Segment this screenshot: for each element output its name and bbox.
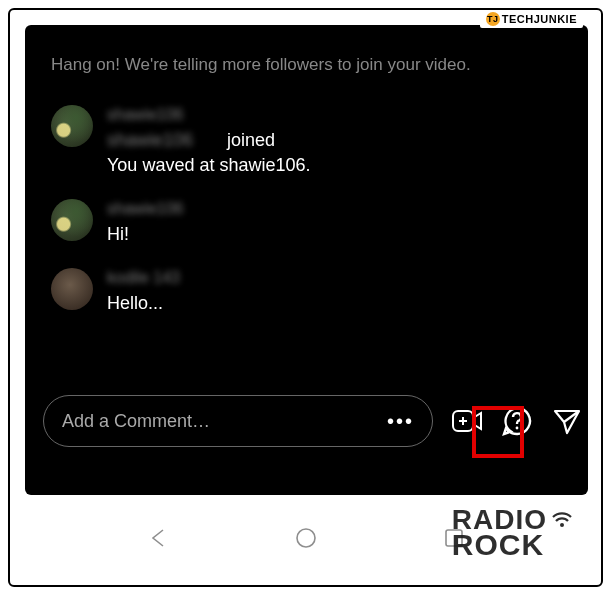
username[interactable]: shawie106 xyxy=(107,199,184,220)
nav-home-icon[interactable] xyxy=(292,524,320,552)
feed-line: Hi! xyxy=(107,223,184,246)
comment-feed: shawie106 ____ shawie106joined You waved… xyxy=(43,105,570,315)
username[interactable]: kodile 143 xyxy=(107,268,180,289)
comment-input[interactable]: Add a Comment… ••• xyxy=(43,395,433,447)
outer-frame: TJ TECHJUNKIE Hang on! We're telling mor… xyxy=(8,8,603,587)
feed-item: kodile 143 Hello... xyxy=(51,268,570,315)
avatar[interactable] xyxy=(51,268,93,310)
send-icon[interactable] xyxy=(551,405,583,437)
avatar[interactable] xyxy=(51,199,93,241)
status-message: Hang on! We're telling more followers to… xyxy=(51,55,570,75)
techjunkie-label: TECHJUNKIE xyxy=(502,13,577,25)
feed-text: kodile 143 Hello... xyxy=(107,268,180,315)
android-nav-bar xyxy=(25,505,588,570)
feed-line: joined xyxy=(227,130,275,150)
feed-item: shawie106 ____ shawie106joined You waved… xyxy=(51,105,570,177)
live-video-screen: Hang on! We're telling more followers to… xyxy=(25,25,588,495)
feed-item: shawie106 Hi! xyxy=(51,199,570,246)
nav-recent-icon[interactable] xyxy=(440,524,468,552)
techjunkie-icon: TJ xyxy=(486,12,500,26)
feed-text: shawie106 Hi! xyxy=(107,199,184,246)
techjunkie-badge: TJ TECHJUNKIE xyxy=(480,10,583,28)
nav-back-icon[interactable] xyxy=(145,524,173,552)
username[interactable]: shawie106 xyxy=(107,105,310,126)
svg-point-2 xyxy=(297,529,315,547)
feed-line: You waved at shawie106. xyxy=(107,154,310,177)
avatar[interactable] xyxy=(51,105,93,147)
feed-text: shawie106 ____ shawie106joined You waved… xyxy=(107,105,310,177)
tutorial-highlight xyxy=(472,406,524,458)
more-icon[interactable]: ••• xyxy=(387,410,414,433)
comment-placeholder: Add a Comment… xyxy=(62,411,210,432)
svg-rect-3 xyxy=(446,530,462,546)
feed-line: Hello... xyxy=(107,292,180,315)
